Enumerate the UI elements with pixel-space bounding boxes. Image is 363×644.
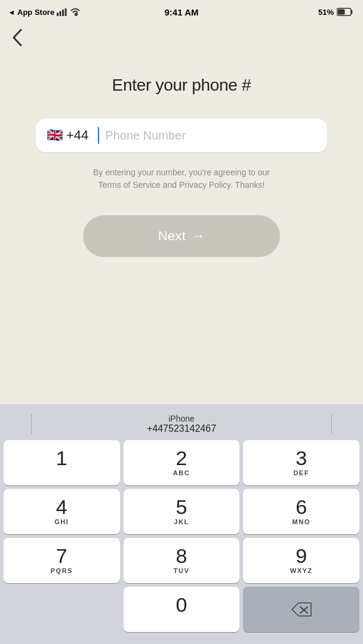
country-code: +44 <box>66 128 88 143</box>
key-6[interactable]: 6 MNO <box>243 489 359 534</box>
autofill-content: iPhone +447523142467 <box>147 414 216 434</box>
flag-emoji: 🇬🇧 <box>47 128 63 143</box>
key-2[interactable]: 2 ABC <box>124 440 240 485</box>
next-label: Next <box>158 228 186 244</box>
svg-rect-3 <box>65 8 67 16</box>
autofill-left-divider <box>31 414 32 434</box>
battery-icon <box>337 8 353 16</box>
back-button[interactable] <box>0 21 36 58</box>
status-time: 9:41 AM <box>165 7 199 17</box>
autofill-bar[interactable]: iPhone +447523142467 <box>0 409 363 440</box>
keypad: 1 2 ABC 3 DEF 4 GHI 5 JKL 6 MNO 7 PQRS <box>0 440 363 587</box>
page-title: Enter your phone # <box>12 76 351 95</box>
next-arrow-icon: → <box>192 228 205 244</box>
svg-rect-1 <box>60 11 61 16</box>
key-spacer <box>4 587 120 632</box>
autofill-right-divider <box>331 414 332 434</box>
country-selector[interactable]: 🇬🇧 +44 <box>47 128 88 143</box>
status-bar: ◂ App Store 9:41 AM 51% <box>0 0 363 21</box>
svg-rect-2 <box>62 10 64 16</box>
keyboard-area: iPhone +447523142467 1 2 ABC 3 DEF 4 GHI… <box>0 404 363 644</box>
phone-input-container[interactable]: 🇬🇧 +44 Phone Number <box>36 119 327 152</box>
main-content: Enter your phone # 🇬🇧 +44 Phone Number B… <box>0 21 363 404</box>
signal-icon <box>57 8 67 16</box>
autofill-number: +447523142467 <box>147 423 216 434</box>
status-battery: 51% <box>318 8 353 17</box>
key-9[interactable]: 9 WXYZ <box>243 538 359 583</box>
key-8[interactable]: 8 TUV <box>124 538 240 583</box>
key-5[interactable]: 5 JKL <box>124 489 240 534</box>
terms-text: By entering your number, you're agreeing… <box>36 166 327 191</box>
key-3[interactable]: 3 DEF <box>243 440 359 485</box>
status-carrier: ◂ App Store <box>10 8 81 17</box>
last-row: 0 <box>0 587 363 644</box>
autofill-device: iPhone <box>147 414 216 423</box>
phone-placeholder: Phone Number <box>105 129 186 143</box>
key-0[interactable]: 0 <box>124 587 240 632</box>
key-7[interactable]: 7 PQRS <box>4 538 120 583</box>
back-arrow-icon: ◂ <box>10 8 14 17</box>
key-4[interactable]: 4 GHI <box>4 489 120 534</box>
wifi-icon <box>70 8 81 16</box>
key-backspace[interactable] <box>243 587 359 632</box>
svg-rect-0 <box>57 13 59 16</box>
backspace-icon <box>291 602 312 617</box>
cursor <box>98 127 99 144</box>
key-1[interactable]: 1 <box>4 440 120 485</box>
next-button[interactable]: Next → <box>83 215 280 257</box>
svg-rect-5 <box>338 10 345 15</box>
